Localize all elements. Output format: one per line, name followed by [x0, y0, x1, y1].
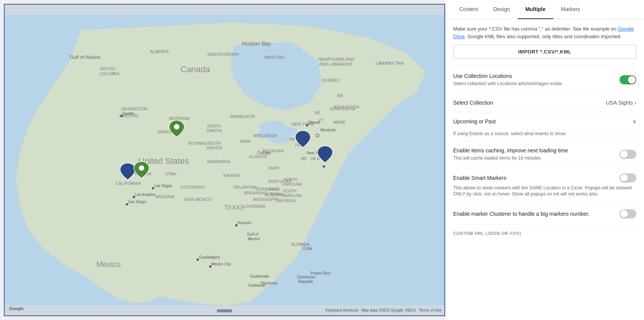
use-collection-locations-info: Use Collection Locations Select collecti… — [453, 73, 562, 87]
svg-point-72 — [126, 203, 128, 205]
select-collection-label: Select Collection — [453, 100, 493, 106]
tab-content[interactable]: Content — [452, 0, 486, 19]
svg-text:IDAHO: IDAHO — [158, 129, 171, 134]
svg-text:MONTANA: MONTANA — [169, 116, 190, 121]
svg-text:CAROLINA: CAROLINA — [282, 194, 302, 198]
svg-text:NB: NB — [337, 93, 343, 98]
select-collection-row[interactable]: Select Collection USA Sights › — [453, 94, 636, 112]
svg-text:NORTH: NORTH — [284, 178, 297, 182]
svg-text:Caribbean: Caribbean — [248, 283, 266, 288]
tab-design[interactable]: Design — [486, 0, 518, 19]
svg-text:Chicago: Chicago — [257, 151, 271, 155]
svg-text:Republic: Republic — [298, 280, 313, 284]
svg-point-97 — [174, 124, 179, 129]
svg-text:Cuba: Cuba — [303, 246, 312, 251]
keyboard-shortcuts[interactable]: Keyboard shortcuts — [325, 308, 358, 312]
svg-text:IOWA: IOWA — [240, 139, 251, 144]
use-collection-locations-description: Select collection with Locations article… — [453, 81, 562, 87]
svg-text:COLORADO: COLORADO — [181, 185, 205, 189]
svg-text:Guadalajara: Guadalajara — [199, 255, 220, 259]
svg-text:CAROLINA: CAROLINA — [282, 182, 302, 186]
svg-point-99 — [139, 165, 144, 171]
svg-point-81 — [209, 265, 211, 268]
enable-clusterer-label: Enable marker Clusterer to handle a big … — [453, 211, 620, 217]
use-collection-locations-label: Use Collection Locations — [453, 73, 562, 79]
svg-text:GEORGIA: GEORGIA — [276, 198, 296, 203]
svg-text:WYOMING: WYOMING — [188, 141, 207, 145]
svg-text:Guatemala: Guatemala — [250, 274, 269, 278]
svg-text:DAKOTA: DAKOTA — [207, 129, 222, 133]
svg-text:Houston: Houston — [237, 221, 251, 225]
svg-text:ARIZONA: ARIZONA — [156, 194, 175, 199]
svg-text:OKLAHOMA: OKLAHOMA — [233, 185, 257, 189]
use-collection-locations-toggle[interactable] — [620, 75, 636, 84]
google-logo: Google — [9, 306, 24, 311]
svg-text:OHIO: OHIO — [268, 166, 280, 170]
svg-text:Gulf of Alaska: Gulf of Alaska — [70, 54, 101, 60]
svg-text:ARKANSAS: ARKANSAS — [244, 191, 267, 195]
svg-text:MD: MD — [301, 157, 307, 161]
svg-text:Mexico: Mexico — [96, 260, 120, 268]
enable-caching-label: Enable items caching, improve next loadi… — [453, 147, 568, 154]
tabs-container: Content Design Multiple Markers — [446, 0, 644, 19]
svg-text:BRITISH: BRITISH — [100, 67, 115, 71]
svg-text:MANITOBA: MANITOBA — [265, 55, 285, 60]
map-data-text: Map data ©2022 Google, INEGI — [361, 308, 416, 312]
svg-point-101 — [322, 150, 328, 155]
import-button[interactable]: IMPORT *.CSV/*.KML — [453, 45, 636, 59]
toggle-track-caching — [620, 150, 636, 159]
svg-point-68 — [152, 187, 154, 189]
svg-text:Montreal: Montreal — [320, 128, 335, 132]
svg-text:DAKOTA: DAKOTA — [207, 146, 222, 150]
svg-text:Labrador Sea: Labrador Sea — [376, 60, 403, 66]
svg-text:NOVA SCOTIA: NOVA SCOTIA — [333, 105, 359, 109]
enable-smart-markers-description: This allows to show markers with the SAM… — [453, 185, 636, 198]
right-panel: Content Design Multiple Markers Make sur… — [445, 0, 644, 320]
tab-markers[interactable]: Markers — [553, 0, 588, 19]
map-scrollbar[interactable] — [217, 309, 232, 312]
enable-caching-info: Enable items caching, improve next loadi… — [453, 147, 568, 162]
custom-url-section: CUSTOM URL (JSON OR CSV) — [453, 225, 636, 242]
upcoming-or-past-row[interactable]: Upcoming or Past ∨ — [453, 112, 636, 131]
svg-text:SASKATCHEWAN: SASKATCHEWAN — [207, 52, 239, 57]
panel-body: Make sure your *.CSV file has comma "," … — [446, 19, 644, 320]
toggle-thumb — [628, 76, 636, 84]
enable-smart-markers-label: Enable Smart Markers — [453, 175, 620, 181]
enable-smart-markers-toggle[interactable] — [620, 173, 636, 183]
upcoming-or-past-description: If using Events as a source, select what… — [453, 131, 636, 141]
svg-text:NEW MEXICO: NEW MEXICO — [184, 197, 212, 202]
map-attribution: Keyboard shortcuts Map data ©2022 Google… — [325, 308, 441, 312]
svg-text:SOUTH: SOUTH — [207, 141, 221, 145]
svg-text:MINNESOTA: MINNESOTA — [230, 114, 255, 119]
svg-text:UTAH: UTAH — [165, 171, 176, 176]
enable-caching-toggle[interactable] — [620, 150, 636, 159]
map-svg: Gulf of Alaska Hudson Bay Canada United … — [5, 5, 444, 315]
chevron-down-icon: ∨ — [633, 118, 636, 124]
svg-text:CALIFORNIA: CALIFORNIA — [115, 181, 141, 186]
enable-caching-row: Enable items caching, improve next loadi… — [453, 141, 636, 168]
terms-of-use[interactable]: Terms of Use — [419, 308, 441, 312]
toggle-track-smart — [620, 173, 636, 183]
toggle-track — [620, 75, 636, 84]
enable-clusterer-toggle[interactable] — [620, 209, 636, 218]
csv-info-text: Make sure your *.CSV file has comma "," … — [453, 25, 636, 40]
svg-text:TEXAS: TEXAS — [224, 204, 244, 211]
svg-point-70 — [133, 196, 135, 198]
svg-text:ALABAMA: ALABAMA — [265, 192, 285, 197]
select-collection-value[interactable]: USA Sights › — [606, 100, 637, 106]
enable-caching-description: This will cache loaded items for 10 minu… — [453, 155, 568, 162]
svg-text:NEBRASKA: NEBRASKA — [207, 159, 231, 164]
enable-clusterer-row: Enable marker Clusterer to handle a big … — [453, 203, 636, 225]
svg-text:WISCONSIN: WISCONSIN — [253, 133, 278, 138]
svg-text:QUEBEC: QUEBEC — [322, 78, 340, 82]
tab-multiple[interactable]: Multiple — [518, 0, 553, 19]
svg-text:AND LABRADOR: AND LABRADOR — [319, 62, 352, 66]
svg-text:MAINE: MAINE — [333, 120, 346, 124]
svg-point-100 — [300, 134, 306, 140]
svg-text:ALBERTA: ALBERTA — [150, 49, 169, 54]
svg-text:COLUMBIA: COLUMBIA — [99, 72, 120, 76]
svg-text:KANSAS: KANSAS — [223, 173, 241, 178]
svg-text:DE N: DE N — [311, 157, 320, 161]
map-container[interactable]: Gulf of Alaska Hudson Bay Canada United … — [4, 4, 445, 316]
svg-text:San Diego: San Diego — [128, 200, 146, 204]
